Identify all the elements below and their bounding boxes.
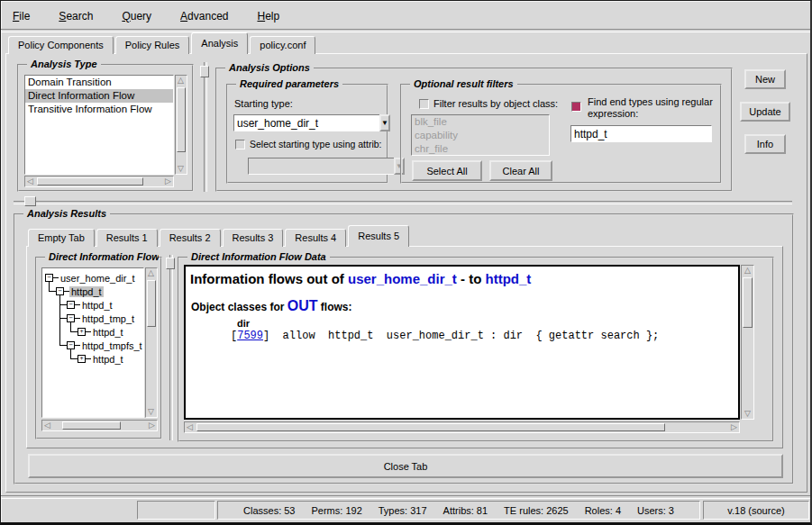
starting-type-label: Starting type: <box>234 98 293 109</box>
attrib-combobox: ▼ <box>248 158 364 175</box>
scroll-up-icon[interactable]: △ <box>176 76 186 86</box>
scrollbar-thumb[interactable] <box>37 177 143 186</box>
flow-heading: Information flows out of user_home_dir_t… <box>190 271 738 286</box>
list-item-disabled: capability <box>412 129 549 142</box>
tree-expander-icon[interactable]: − <box>67 314 75 322</box>
starting-type-input[interactable] <box>233 114 379 131</box>
object-class-listbox: blk_file capability chr_file <box>411 114 550 156</box>
select-all-button[interactable]: Select All <box>412 160 482 181</box>
tab-policy-conf[interactable]: policy.conf <box>250 36 315 54</box>
menu-advanced[interactable]: Advanced <box>172 6 236 26</box>
tree-row: + httpd_t <box>78 352 125 366</box>
list-item[interactable]: Domain Transition <box>25 76 173 89</box>
scroll-down-icon[interactable]: ▽ <box>146 407 156 417</box>
scroll-right-icon[interactable]: ▷ <box>147 421 157 430</box>
results-pane-sash[interactable] <box>14 201 792 204</box>
tab-policy-components[interactable]: Policy Components <box>8 36 114 54</box>
source-type: user_home_dir_t <box>348 271 457 286</box>
flow-subheading: Object classes for OUT flows: <box>191 298 738 314</box>
tab-results-5[interactable]: Results 5 <box>348 225 409 247</box>
scroll-left-icon[interactable]: ◁ <box>25 177 35 186</box>
target-type: httpd_t <box>486 271 532 286</box>
attrib-input <box>248 158 394 175</box>
tree-expander-icon[interactable]: + <box>78 328 86 336</box>
tree-node-label[interactable]: httpd_t <box>91 327 125 338</box>
analysis-type-horizontal-scrollbar[interactable]: ◁ ▷ <box>24 176 174 187</box>
scrollbar-thumb[interactable] <box>147 280 156 327</box>
scrollbar-thumb[interactable] <box>743 277 753 328</box>
status-classes: Classes: 53 <box>243 505 295 516</box>
top-pane-sash[interactable] <box>204 62 207 192</box>
attrib-checkbox[interactable] <box>235 140 245 149</box>
tree-node-label[interactable]: httpd_t <box>80 300 114 311</box>
tree-row: − httpd_t <box>67 298 114 312</box>
tree-expander-icon[interactable]: − <box>67 301 75 309</box>
apol-window: File Search Query Advanced Help Policy C… <box>0 0 812 525</box>
object-class-name: dir <box>237 318 738 329</box>
analysis-type-title: Analysis Type <box>27 59 101 69</box>
tree-connector-line <box>49 291 56 292</box>
list-item-selected[interactable]: Direct Information Flow <box>25 89 173 103</box>
flow-data-textarea[interactable]: Information flows out of user_home_dir_t… <box>184 265 740 420</box>
tab-results-3[interactable]: Results 3 <box>223 229 284 247</box>
list-item[interactable]: Transitive Information Flow <box>25 103 173 116</box>
rule-id-link[interactable]: 7599 <box>237 330 263 342</box>
tab-empty[interactable]: Empty Tab <box>28 229 95 247</box>
tree-row: − httpd_tmp_t <box>67 312 136 325</box>
analysis-results-title: Analysis Results <box>23 208 110 219</box>
scroll-right-icon[interactable]: ▷ <box>729 422 739 432</box>
status-empty-box <box>137 501 215 520</box>
scroll-left-icon[interactable]: ◁ <box>42 421 52 430</box>
tree-expander-icon[interactable]: − <box>56 287 64 295</box>
tab-policy-rules[interactable]: Policy Rules <box>115 36 190 54</box>
tree-expander-icon[interactable]: − <box>67 341 75 349</box>
info-button[interactable]: Info <box>744 134 786 154</box>
scroll-up-icon[interactable]: △ <box>743 266 753 276</box>
tab-results-1[interactable]: Results 1 <box>96 229 158 247</box>
required-parameters-title: Required parameters <box>236 78 342 89</box>
data-horizontal-scrollbar[interactable]: ◁ ▷ <box>184 421 740 433</box>
tree-node-label[interactable]: user_home_dir_t <box>59 273 137 284</box>
clear-all-button[interactable]: Clear All <box>489 160 552 181</box>
scrollbar-thumb[interactable] <box>196 423 665 431</box>
tree-data-sash[interactable] <box>169 255 173 440</box>
tree-row: − httpd_t <box>56 285 104 298</box>
flow-tree-title: Direct Information Flow Tree <box>45 251 159 262</box>
tree-expander-icon[interactable]: + <box>78 355 86 363</box>
tree-expander-icon[interactable]: − <box>45 274 53 282</box>
scroll-down-icon[interactable]: ▽ <box>176 164 186 174</box>
scrollbar-thumb[interactable] <box>177 87 186 152</box>
scroll-down-icon[interactable]: ▽ <box>743 409 753 419</box>
tree-vertical-scrollbar[interactable]: △ ▽ <box>145 267 158 418</box>
update-button[interactable]: Update <box>740 102 790 122</box>
scroll-left-icon[interactable]: ◁ <box>185 422 195 432</box>
tab-results-4[interactable]: Results 4 <box>285 229 346 247</box>
main-tab-bar: Policy Components Policy Rules Analysis … <box>8 33 317 54</box>
results-tab-bar: Empty Tab Results 1 Results 2 Results 3 … <box>28 226 411 247</box>
menu-query[interactable]: Query <box>114 6 160 26</box>
tree-data-sash-handle[interactable] <box>166 258 175 269</box>
regex-input[interactable] <box>570 125 712 142</box>
dropdown-arrow-icon[interactable]: ▼ <box>379 114 390 131</box>
tree-node-label[interactable]: httpd_t <box>91 354 125 365</box>
menu-help[interactable]: Help <box>249 6 287 26</box>
menu-file[interactable]: File <box>5 6 38 26</box>
analysis-type-vertical-scrollbar[interactable]: △ ▽ <box>175 75 187 175</box>
filter-object-class-checkbox[interactable] <box>419 99 429 109</box>
results-pane-sash-handle[interactable] <box>24 196 36 206</box>
close-tab-button[interactable]: Close Tab <box>28 454 783 478</box>
tab-results-2[interactable]: Results 2 <box>160 229 221 247</box>
scroll-right-icon[interactable]: ▷ <box>163 177 173 186</box>
tab-analysis[interactable]: Analysis <box>191 32 248 54</box>
data-vertical-scrollbar[interactable]: △ ▽ <box>741 265 754 420</box>
regex-checkbox[interactable] <box>571 102 581 112</box>
tree-node-label[interactable]: httpd_tmp_t <box>80 313 136 324</box>
scroll-up-icon[interactable]: △ <box>146 268 156 278</box>
top-pane-sash-handle[interactable] <box>200 66 209 77</box>
tree-node-label[interactable]: httpd_tmpfs_t <box>80 340 144 351</box>
new-button[interactable]: New <box>744 69 786 89</box>
scrollbar-thumb[interactable] <box>62 421 121 430</box>
menu-search[interactable]: Search <box>50 6 101 26</box>
tree-horizontal-scrollbar[interactable]: ◁ ▷ <box>41 420 158 431</box>
tree-node-label-selected[interactable]: httpd_t <box>69 286 104 297</box>
